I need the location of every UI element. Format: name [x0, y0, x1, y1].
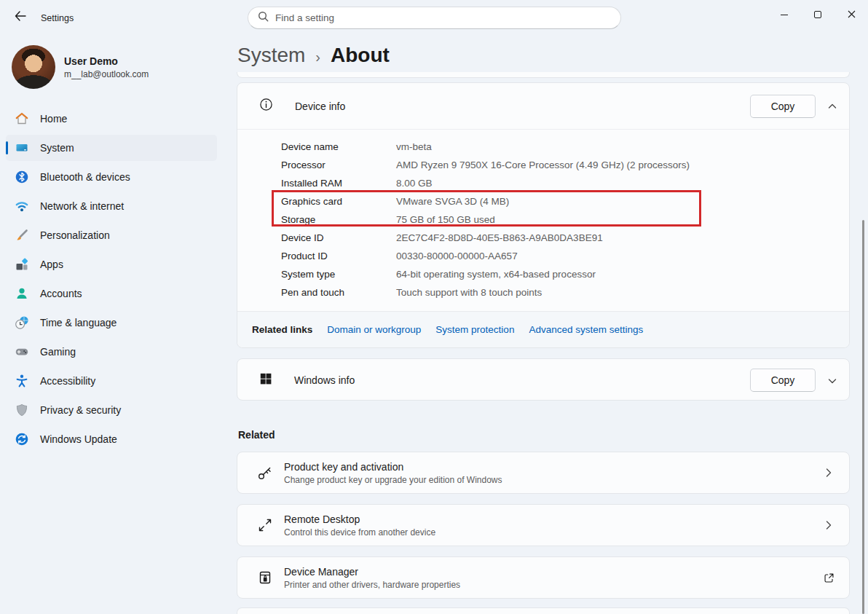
search-input[interactable]: Find a setting	[248, 7, 621, 29]
sidebar-item-label: Bluetooth & devices	[40, 171, 130, 183]
sidebar-item-privacy-security[interactable]: Privacy & security	[6, 397, 217, 423]
related-heading: Related	[238, 429, 275, 441]
minimize-button[interactable]	[768, 0, 801, 29]
device-manager-item[interactable]: Device Manager Printer and other drivers…	[237, 556, 850, 599]
row-label: Device name	[281, 141, 396, 152]
close-icon	[848, 8, 856, 21]
apps-icon	[15, 257, 29, 272]
sidebar-item-time-language[interactable]: Time & language	[6, 310, 217, 336]
sidebar-item-label: Accessibility	[40, 375, 95, 387]
graphics-card-row: Graphics card VMware SVGA 3D (4 MB)	[281, 192, 849, 210]
row-label: System type	[281, 269, 396, 280]
row-value: Touch support with 8 touch points	[396, 287, 542, 298]
row-value: vm-beta	[396, 141, 432, 152]
link-domain-or-workgroup[interactable]: Domain or workgroup	[327, 324, 421, 335]
search-placeholder: Find a setting	[275, 12, 334, 23]
copy-device-info-button[interactable]: Copy	[750, 95, 816, 118]
sidebar-nav: Home System Bluetooth & devices Network …	[6, 106, 217, 455]
row-value: 8.00 GB	[396, 178, 433, 189]
sidebar-item-label: System	[40, 142, 74, 154]
system-icon	[15, 141, 29, 155]
sidebar-item-network-internet[interactable]: Network & internet	[6, 193, 217, 219]
search-icon	[258, 11, 269, 25]
accessibility-icon	[15, 374, 29, 388]
sidebar-item-bluetooth-devices[interactable]: Bluetooth & devices	[6, 164, 217, 190]
accounts-icon	[15, 286, 29, 301]
device-info-header[interactable]: Device info Copy	[237, 83, 849, 130]
external-link-icon	[823, 572, 835, 583]
privacy-shield-icon	[15, 403, 29, 417]
item-title: Product key and activation	[284, 461, 502, 473]
link-system-protection[interactable]: System protection	[435, 324, 514, 335]
breadcrumb: System › About	[237, 44, 390, 67]
sidebar-item-label: Gaming	[40, 346, 76, 358]
page-title: About	[331, 44, 390, 67]
sidebar-item-accessibility[interactable]: Accessibility	[6, 368, 217, 394]
row-value: 2EC7C4F2-8D8D-40E5-B863-A9AB0DA3BE91	[396, 232, 603, 243]
row-label: Pen and touch	[281, 287, 396, 298]
sidebar-item-label: Home	[40, 113, 67, 125]
gaming-icon	[15, 345, 29, 359]
avatar	[12, 45, 55, 89]
chevron-up-icon[interactable]	[827, 101, 837, 111]
sidebar-item-label: Network & internet	[40, 200, 124, 212]
processor-row: Processor AMD Ryzen 9 7950X 16-Core Proc…	[281, 156, 849, 174]
maximize-button[interactable]	[801, 0, 835, 29]
storage-row: Storage 75 GB of 150 GB used	[281, 210, 849, 229]
windows-update-icon	[15, 432, 29, 446]
back-button[interactable]	[10, 9, 31, 26]
device-name-row: Device name vm-beta	[281, 138, 849, 156]
windows-info-header[interactable]: Windows info Copy	[237, 359, 849, 401]
windows-info-card: Windows info Copy	[237, 358, 850, 401]
settings-window: Settings Find a setting User Demo m__lab…	[0, 0, 868, 614]
installed-ram-row: Installed RAM 8.00 GB	[281, 174, 849, 192]
sidebar-item-label: Apps	[40, 259, 63, 270]
sidebar-item-apps[interactable]: Apps	[6, 251, 217, 278]
home-icon	[15, 111, 29, 126]
back-arrow-icon	[15, 11, 26, 24]
sidebar-item-home[interactable]: Home	[6, 106, 217, 132]
partial-card-below	[237, 607, 850, 614]
title-bar: Settings Find a setting	[0, 0, 868, 35]
sidebar-item-accounts[interactable]: Accounts	[6, 280, 217, 307]
product-key-activation-item[interactable]: Product key and activation Change produc…	[237, 452, 850, 494]
breadcrumb-system[interactable]: System	[237, 44, 305, 67]
item-title: Remote Desktop	[284, 513, 435, 525]
copy-windows-info-button[interactable]: Copy	[750, 369, 816, 392]
item-subtitle: Control this device from another device	[284, 527, 435, 538]
sidebar-item-windows-update[interactable]: Windows Update	[6, 426, 217, 452]
system-type-row: System type 64-bit operating system, x64…	[281, 265, 849, 283]
windows-logo-icon	[259, 372, 272, 388]
time-language-icon	[15, 315, 29, 330]
breadcrumb-separator-icon: ›	[315, 49, 320, 66]
row-label: Product ID	[281, 251, 396, 261]
partial-card-above	[237, 72, 850, 78]
link-advanced-system-settings[interactable]: Advanced system settings	[529, 324, 643, 335]
sidebar-item-system[interactable]: System	[6, 135, 217, 161]
sidebar-item-label: Accounts	[40, 288, 82, 299]
chevron-right-icon	[823, 467, 835, 479]
user-email: m__lab@outlook.com	[64, 69, 149, 79]
sidebar-item-label: Windows Update	[40, 433, 117, 445]
sidebar-item-label: Privacy & security	[40, 404, 121, 416]
row-value: 64-bit operating system, x64-based proce…	[396, 269, 596, 280]
item-subtitle: Change product key or upgrade your editi…	[284, 475, 502, 485]
row-value: AMD Ryzen 9 7950X 16-Core Processor (4.4…	[396, 160, 690, 170]
row-value: VMware SVGA 3D (4 MB)	[396, 196, 509, 207]
user-profile[interactable]: User Demo m__lab@outlook.com	[12, 45, 149, 89]
sidebar-item-gaming[interactable]: Gaming	[6, 339, 217, 365]
device-manager-icon	[256, 568, 275, 587]
row-label: Processor	[281, 160, 396, 170]
related-links-bar: Related links Domain or workgroup System…	[237, 311, 849, 347]
chevron-down-icon[interactable]	[827, 376, 837, 386]
selection-indicator	[6, 141, 8, 154]
sidebar-item-label: Personalization	[40, 229, 110, 241]
sidebar-item-personalization[interactable]: Personalization	[6, 222, 217, 248]
remote-desktop-item[interactable]: Remote Desktop Control this device from …	[237, 504, 850, 546]
chevron-right-icon	[823, 519, 835, 531]
key-icon	[256, 463, 275, 482]
product-id-row: Product ID 00330-80000-00000-AA657	[281, 247, 849, 265]
sidebar-item-label: Time & language	[40, 317, 117, 328]
scrollbar-thumb[interactable]	[862, 220, 864, 614]
close-button[interactable]	[835, 0, 868, 29]
